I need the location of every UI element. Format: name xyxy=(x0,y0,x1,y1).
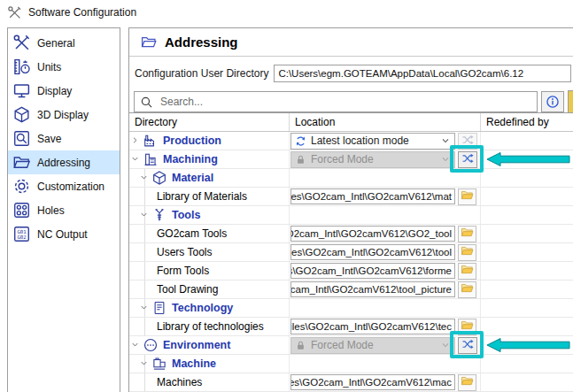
holes-icon xyxy=(12,201,31,219)
info-button[interactable] xyxy=(541,91,564,112)
sidebar-item-label: General xyxy=(37,37,75,50)
table-row-machining[interactable]: MachiningForced Mode xyxy=(129,150,573,169)
document-icon xyxy=(151,300,167,316)
search-input[interactable] xyxy=(159,95,531,109)
table-row-library-of-materials[interactable]: Library of Materialsam Files\GO2cam_Intl… xyxy=(129,188,573,206)
location-path-input[interactable]: n Files\GO2cam_Intl\GO2camV612\forme xyxy=(290,263,455,279)
directory-cell: Form Tools xyxy=(129,262,290,280)
sidebar-item-label: NC Output xyxy=(37,228,88,241)
browse-folder-button[interactable] xyxy=(458,226,476,242)
table-row-users-tools[interactable]: Users Toolsam Files\GO2cam_Intl\GO2camV6… xyxy=(129,243,573,262)
directory-cell: Users Tools xyxy=(129,243,290,261)
sidebar-item-customization[interactable]: Customization xyxy=(8,174,120,198)
table-row-form-tools[interactable]: Form Toolsn Files\GO2cam_Intl\GO2camV612… xyxy=(129,262,573,281)
location-cell: \GO2cam_Intl\GO2camV612\tool_picture xyxy=(290,281,481,298)
chevron-down-icon[interactable] xyxy=(139,173,150,183)
chevron-down-icon[interactable] xyxy=(139,358,150,369)
sidebar-item-save[interactable]: Save xyxy=(8,127,120,150)
directory-name: GO2cam Tools xyxy=(157,227,227,240)
folder-button-clipped[interactable] xyxy=(568,90,573,113)
browse-folder-button[interactable] xyxy=(458,374,476,391)
ellipsis-circle-icon xyxy=(143,337,159,353)
shuffle-icon xyxy=(461,152,474,167)
folder-yellow-icon xyxy=(461,263,474,279)
table-row-production[interactable]: ProductionLatest location mode xyxy=(129,132,573,150)
chevron-down-icon[interactable] xyxy=(130,340,141,350)
directory-cell: Material xyxy=(129,169,290,187)
location-path-input[interactable]: \GO2cam_Intl\GO2camV612\tool_picture xyxy=(290,281,455,297)
sidebar-item-addressing[interactable]: Addressing xyxy=(8,150,120,174)
sidebar-item-units[interactable]: Units xyxy=(8,55,120,79)
shuffle-location-button[interactable] xyxy=(458,151,477,168)
table-row-technology[interactable]: Technology xyxy=(129,299,573,318)
browse-folder-button[interactable] xyxy=(458,263,476,280)
table-row-machine[interactable]: Machine xyxy=(129,355,573,373)
directory-name: Technology xyxy=(172,302,233,314)
table-row-machines[interactable]: Machinesam Files\GO2cam_Intl\GO2camV612\… xyxy=(129,373,573,392)
shuffle-location-button[interactable] xyxy=(458,337,477,354)
column-header-redefined-by[interactable]: Redefined by xyxy=(481,113,573,131)
redefined-by-cell xyxy=(481,132,573,150)
browse-folder-button[interactable] xyxy=(458,281,476,298)
redefined-by-cell xyxy=(481,169,573,187)
table-row-tools[interactable]: Tools xyxy=(129,206,573,225)
redefined-by-cell xyxy=(481,262,573,280)
chevron-down-icon xyxy=(440,135,451,146)
config-directory-input[interactable] xyxy=(274,65,571,82)
location-path-input[interactable]: am Files\GO2cam_Intl\GO2camV612\tool xyxy=(290,244,455,260)
directory-cell: Library of technologies xyxy=(129,318,290,335)
location-path-input[interactable]: les\GO2cam_Intl\GO2camV612\GO2_tool xyxy=(290,226,455,242)
sidebar-item-3d-display[interactable]: 3D Display xyxy=(8,103,120,127)
location-mode-select[interactable]: Latest location mode xyxy=(290,133,455,150)
sidebar-item-display[interactable]: Display xyxy=(8,79,120,103)
directory-cell: Production xyxy=(129,132,290,150)
svg-text:G01: G01 xyxy=(17,229,27,234)
refresh-icon xyxy=(295,135,306,147)
browse-folder-button[interactable] xyxy=(458,319,476,335)
location-cell: ram Files\GO2cam_Intl\GO2camV612\tec xyxy=(290,318,481,335)
redefined-by-cell xyxy=(481,206,573,224)
location-path-input[interactable]: ram Files\GO2cam_Intl\GO2camV612\tec xyxy=(290,319,455,334)
sidebar-item-label: 3D Display xyxy=(37,109,89,121)
svg-text:G02: G02 xyxy=(17,234,26,240)
sidebar-item-nc-output[interactable]: G01G02NC Output xyxy=(8,222,120,246)
redefined-by-cell xyxy=(481,225,573,242)
location-mode-label: Forced Mode xyxy=(311,339,436,351)
chevron-down-icon[interactable] xyxy=(139,210,150,220)
sidebar-item-holes[interactable]: Holes xyxy=(8,198,120,222)
table-row-library-of-technologies[interactable]: Library of technologiesram Files\GO2cam_… xyxy=(129,318,573,336)
directory-name: Machining xyxy=(163,153,218,165)
directory-name: Environment xyxy=(163,339,230,351)
sidebar-item-general[interactable]: General xyxy=(8,31,120,55)
shuffle-icon xyxy=(461,338,474,353)
chevron-down-icon xyxy=(440,340,451,350)
column-header-directory[interactable]: Directory xyxy=(129,113,290,131)
browse-folder-button[interactable] xyxy=(458,188,476,205)
column-header-location[interactable]: Location xyxy=(290,113,481,131)
browse-folder-button[interactable] xyxy=(458,244,476,261)
chevron-right-icon[interactable] xyxy=(130,135,141,146)
directory-table: Directory Location Redefined by Producti… xyxy=(129,112,573,392)
info-icon xyxy=(546,95,560,109)
location-mode-select[interactable]: Forced Mode xyxy=(290,151,455,168)
redefined-by-cell xyxy=(481,355,573,373)
directory-cell: Technology xyxy=(129,299,290,317)
directory-cell: Machines xyxy=(129,373,290,391)
sidebar-item-label: Display xyxy=(37,85,72,97)
location-mode-select[interactable]: Forced Mode xyxy=(290,337,455,354)
chevron-down-icon[interactable] xyxy=(130,154,141,165)
table-row-tool-drawing[interactable]: Tool Drawing\GO2cam_Intl\GO2camV612\tool… xyxy=(129,281,573,299)
table-row-go2cam-tools[interactable]: GO2cam Toolsles\GO2cam_Intl\GO2camV612\G… xyxy=(129,225,573,243)
location-path-input[interactable]: am Files\GO2cam_Intl\GO2camV612\mat xyxy=(290,188,455,204)
sidebar-item-label: Save xyxy=(37,133,61,145)
location-path-input[interactable]: am Files\GO2cam_Intl\GO2camV612\mac xyxy=(290,374,455,390)
table-row-environment[interactable]: EnvironmentForced Mode xyxy=(129,336,573,355)
location-cell xyxy=(290,169,481,187)
redefined-by-cell xyxy=(481,243,573,261)
chevron-down-icon[interactable] xyxy=(139,303,150,313)
page-title: Addressing xyxy=(165,35,238,50)
table-row-material[interactable]: Material xyxy=(129,169,573,188)
location-cell xyxy=(290,299,481,317)
factory-icon xyxy=(143,133,159,149)
units-icon xyxy=(12,58,31,76)
